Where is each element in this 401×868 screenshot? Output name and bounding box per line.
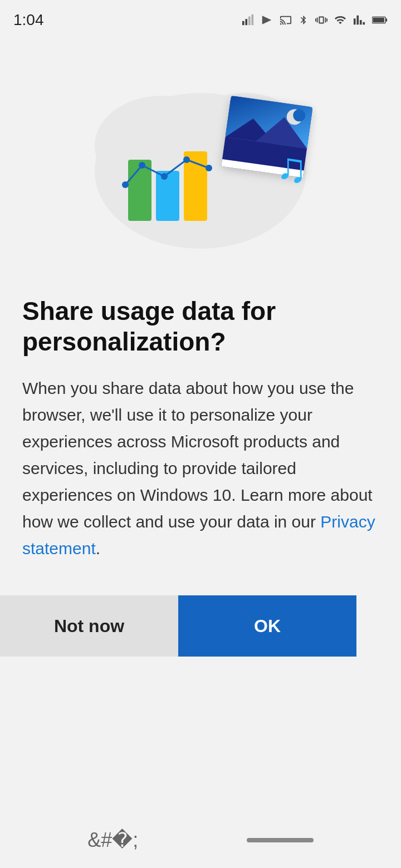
battery-icon	[372, 14, 388, 26]
screen-cast-icon	[280, 14, 292, 26]
illustration-area: ♫	[22, 62, 379, 274]
back-button[interactable]: &#�;	[87, 828, 138, 852]
svg-rect-6	[373, 18, 384, 22]
not-now-button[interactable]: Not now	[0, 595, 178, 657]
svg-rect-1	[245, 19, 247, 25]
dialog-description: When you share data about how you use th…	[22, 375, 379, 562]
apps-illustration: ♫	[84, 73, 317, 263]
wifi-icon	[334, 14, 346, 26]
svg-point-14	[139, 162, 145, 169]
action-buttons: Not now OK	[0, 595, 356, 657]
cell-signal-icon	[353, 14, 365, 26]
svg-rect-5	[385, 18, 387, 22]
vibrate-icon	[315, 14, 327, 26]
status-icons	[242, 14, 388, 26]
svg-point-17	[206, 165, 212, 171]
main-content: ♫ Share usage data for personalization? …	[0, 40, 401, 657]
svg-point-13	[122, 181, 129, 188]
svg-rect-2	[248, 17, 251, 26]
description-text-2: .	[96, 539, 100, 558]
dialog-title: Share usage data for personalization?	[22, 296, 379, 357]
bottom-navigation: &#�;	[0, 812, 401, 868]
svg-point-15	[161, 173, 168, 180]
ok-button[interactable]: OK	[178, 595, 356, 657]
bluetooth-icon	[299, 14, 309, 26]
home-pill[interactable]	[247, 838, 314, 842]
status-time: 1:04	[13, 11, 44, 29]
svg-rect-11	[156, 171, 179, 221]
play-store-icon	[261, 14, 273, 26]
svg-text:♫: ♫	[276, 144, 307, 191]
svg-point-16	[183, 156, 190, 163]
description-text-1: When you share data about how you use th…	[22, 379, 373, 531]
svg-rect-3	[251, 14, 253, 25]
signal-icon	[242, 14, 254, 26]
status-bar: 1:04	[0, 0, 401, 40]
svg-rect-0	[242, 21, 244, 25]
